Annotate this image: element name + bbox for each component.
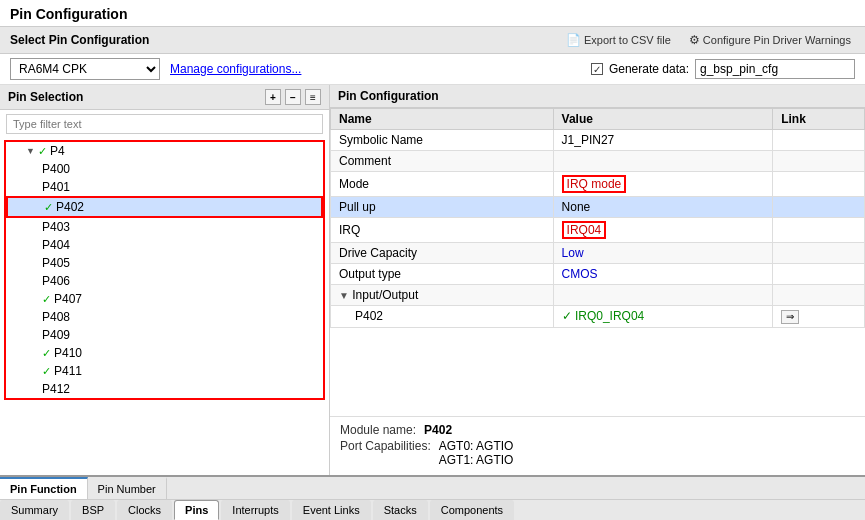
nav-tab-event-links[interactable]: Event Links [292,500,371,520]
row-link-pullup [773,197,865,218]
row-name-pullup: Pull up [331,197,554,218]
tree-item-p407[interactable]: ✓ P407 [6,290,323,308]
right-pane: Pin Configuration Name Value Link Symbol… [330,85,865,475]
add-icon-btn[interactable]: + [265,89,281,105]
row-link-comment [773,151,865,172]
tree-item-p411[interactable]: ✓ P411 [6,362,323,380]
pin-selection-header: Pin Selection + − ≡ [0,85,329,110]
nav-tabs: Summary BSP Clocks Pins Interrupts Event… [0,499,865,520]
module-name-value: P402 [424,423,452,437]
row-value-output-type[interactable]: CMOS [553,264,773,285]
nav-tab-pins[interactable]: Pins [174,500,219,520]
row-value-pullup[interactable]: None [553,197,773,218]
table-row: Symbolic Name J1_PIN27 [331,130,865,151]
tree-item-p402[interactable]: ✓ P402 [8,198,321,216]
expand-icon: ▼ [26,146,35,156]
filter-input[interactable] [6,114,323,134]
tree-item-p410[interactable]: ✓ P410 [6,344,323,362]
row-name-output-type: Output type [331,264,554,285]
configuration-dropdown[interactable]: RA6M4 CPK [10,58,160,80]
port-cap-value-2: AGT1: AGTIO [439,453,514,467]
split-pane: Pin Selection + − ≡ ▼ ✓ P4 P400 [0,85,865,475]
row-name-drive: Drive Capacity [331,243,554,264]
nav-tab-components[interactable]: Components [430,500,514,520]
table-row: P402 ✓ IRQ0_IRQ04 ⇒ [331,306,865,328]
generate-section: ✓ Generate data: [591,59,855,79]
tree-container: ▼ ✓ P4 P400 P401 ✓ P402 [0,138,329,475]
main-container: Pin Configuration Select Pin Configurati… [0,0,865,520]
nav-tab-interrupts[interactable]: Interrupts [221,500,289,520]
module-info: Module name: P402 Port Capabilities: AGT… [330,416,865,475]
left-pane: Pin Selection + − ≡ ▼ ✓ P4 P400 [0,85,330,475]
row-link-p402[interactable]: ⇒ [773,306,865,328]
configure-warnings-button[interactable]: ⚙ Configure Pin Driver Warnings [685,31,855,49]
row-name-p402: P402 [331,306,554,328]
row-value-comment[interactable] [553,151,773,172]
row-name-inputoutput: ▼ Input/Output [331,285,554,306]
export-icon: 📄 [566,33,581,47]
p4-group: ▼ ✓ P4 P400 P401 ✓ P402 [4,140,325,400]
tree-item-p401[interactable]: P401 [6,178,323,196]
row-value-inputoutput [553,285,773,306]
export-csv-button[interactable]: 📄 Export to CSV file [562,31,675,49]
row-name-symbolic: Symbolic Name [331,130,554,151]
table-row: Pull up None [331,197,865,218]
tree-item-p409[interactable]: P409 [6,326,323,344]
row-name-mode: Mode [331,172,554,197]
pin-config-header: Pin Configuration [330,85,865,108]
nav-tab-stacks[interactable]: Stacks [373,500,428,520]
generate-checkbox[interactable]: ✓ [591,63,603,75]
row-value-p402[interactable]: ✓ IRQ0_IRQ04 [553,306,773,328]
tree-item-p412[interactable]: P412 [6,380,323,398]
row-value-irq[interactable]: IRQ04 [553,218,773,243]
arrow-link-btn[interactable]: ⇒ [781,310,799,324]
select-pin-bar: Select Pin Configuration 📄 Export to CSV… [0,27,865,54]
pin-config-table-scroll: Name Value Link Symbolic Name J1_PIN27 C… [330,108,865,416]
tree-item-p408[interactable]: P408 [6,308,323,326]
nav-tab-bsp[interactable]: BSP [71,500,115,520]
select-pin-label: Select Pin Configuration [10,33,149,47]
port-cap-label: Port Capabilities: [340,439,431,467]
remove-icon-btn[interactable]: − [285,89,301,105]
table-row: Comment [331,151,865,172]
table-row: ▼ Input/Output [331,285,865,306]
nav-tab-summary[interactable]: Summary [0,500,69,520]
table-row: Mode IRQ mode [331,172,865,197]
row-link-drive [773,243,865,264]
page-title: Pin Configuration [0,0,865,27]
tree-item-p404[interactable]: P404 [6,236,323,254]
row-link-mode [773,172,865,197]
tree-item-p4[interactable]: ▼ ✓ P4 [6,142,323,160]
table-row: IRQ IRQ04 [331,218,865,243]
tree-item-p400[interactable]: P400 [6,160,323,178]
module-name-label: Module name: [340,423,416,437]
bottom-tabs: Pin Function Pin Number [0,475,865,499]
layout-icon-btn[interactable]: ≡ [305,89,321,105]
col-link: Link [773,109,865,130]
tree-item-p406[interactable]: P406 [6,272,323,290]
row-link-output-type [773,264,865,285]
tab-pin-number[interactable]: Pin Number [88,477,167,499]
tree-item-p405[interactable]: P405 [6,254,323,272]
config-row: RA6M4 CPK Manage configurations... ✓ Gen… [0,54,865,85]
row-link-symbolic [773,130,865,151]
pin-selection-icons: + − ≡ [265,89,321,105]
tab-pin-function[interactable]: Pin Function [0,477,88,499]
toolbar-buttons: 📄 Export to CSV file ⚙ Configure Pin Dri… [562,31,855,49]
nav-tab-clocks[interactable]: Clocks [117,500,172,520]
p402-row-wrapper: ✓ P402 [6,196,323,218]
row-value-symbolic[interactable]: J1_PIN27 [553,130,773,151]
port-cap-values: AGT0: AGTIO AGT1: AGTIO [439,439,514,467]
pin-config-table: Name Value Link Symbolic Name J1_PIN27 C… [330,108,865,328]
tree-item-p403[interactable]: P403 [6,218,323,236]
manage-configurations-link[interactable]: Manage configurations... [170,62,301,76]
table-row: Drive Capacity Low [331,243,865,264]
row-name-irq: IRQ [331,218,554,243]
col-value: Value [553,109,773,130]
table-row: Output type CMOS [331,264,865,285]
row-value-mode[interactable]: IRQ mode [553,172,773,197]
col-name: Name [331,109,554,130]
row-value-drive[interactable]: Low [553,243,773,264]
generate-input[interactable] [695,59,855,79]
configure-icon: ⚙ [689,33,700,47]
